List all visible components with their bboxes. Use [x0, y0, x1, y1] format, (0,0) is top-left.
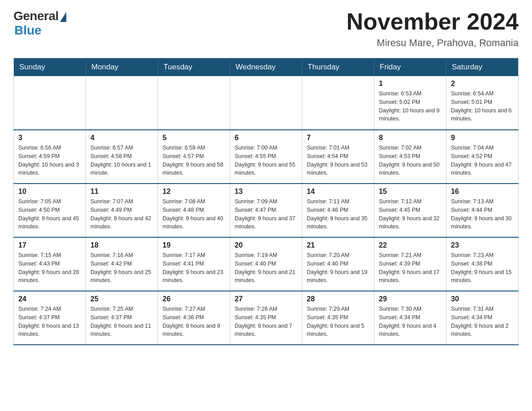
day-number: 22	[379, 241, 442, 249]
calendar-cell: 22Sunrise: 7:21 AMSunset: 4:39 PMDayligh…	[374, 237, 446, 291]
calendar-header-row: SundayMondayTuesdayWednesdayThursdayFrid…	[14, 58, 519, 77]
calendar-cell: 26Sunrise: 7:27 AMSunset: 4:36 PMDayligh…	[158, 291, 230, 345]
day-number: 19	[163, 241, 225, 249]
calendar-week-row: 10Sunrise: 7:05 AMSunset: 4:50 PMDayligh…	[14, 184, 519, 237]
day-info: Sunrise: 7:23 AMSunset: 4:38 PMDaylight:…	[451, 251, 514, 285]
calendar-cell: 9Sunrise: 7:04 AMSunset: 4:52 PMDaylight…	[446, 130, 519, 184]
calendar-header-wednesday: Wednesday	[230, 58, 302, 77]
calendar-cell: 25Sunrise: 7:25 AMSunset: 4:37 PMDayligh…	[86, 291, 158, 345]
calendar-cell: 16Sunrise: 7:13 AMSunset: 4:44 PMDayligh…	[446, 184, 519, 237]
calendar-cell	[14, 76, 86, 130]
calendar-cell: 12Sunrise: 7:08 AMSunset: 4:48 PMDayligh…	[158, 184, 230, 237]
day-number: 14	[307, 188, 369, 196]
day-info: Sunrise: 6:57 AMSunset: 4:58 PMDaylight:…	[90, 144, 153, 177]
day-info: Sunrise: 7:01 AMSunset: 4:54 PMDaylight:…	[307, 144, 369, 177]
day-info: Sunrise: 7:02 AMSunset: 4:53 PMDaylight:…	[379, 144, 442, 177]
day-number: 20	[235, 241, 297, 249]
calendar-cell: 20Sunrise: 7:19 AMSunset: 4:40 PMDayligh…	[230, 237, 302, 291]
calendar-cell: 15Sunrise: 7:12 AMSunset: 4:45 PMDayligh…	[374, 184, 446, 237]
logo-general-text: General	[13, 9, 59, 23]
calendar-cell: 6Sunrise: 7:00 AMSunset: 4:55 PMDaylight…	[230, 130, 302, 184]
calendar-header-sunday: Sunday	[14, 58, 86, 77]
day-number: 13	[235, 188, 297, 196]
calendar-cell: 18Sunrise: 7:16 AMSunset: 4:42 PMDayligh…	[86, 237, 158, 291]
day-number: 9	[451, 134, 514, 142]
day-number: 5	[163, 134, 225, 142]
day-info: Sunrise: 7:31 AMSunset: 4:34 PMDaylight:…	[451, 305, 514, 338]
day-number: 23	[451, 241, 514, 249]
day-info: Sunrise: 7:24 AMSunset: 4:37 PMDaylight:…	[18, 305, 81, 338]
day-number: 4	[90, 134, 153, 142]
title-area: November 2024 Miresu Mare, Prahova, Roma…	[347, 9, 519, 49]
calendar-cell: 28Sunrise: 7:29 AMSunset: 4:35 PMDayligh…	[302, 291, 374, 345]
calendar-cell	[302, 76, 374, 130]
month-title: November 2024	[347, 9, 519, 34]
calendar-cell: 23Sunrise: 7:23 AMSunset: 4:38 PMDayligh…	[446, 237, 519, 291]
day-info: Sunrise: 7:27 AMSunset: 4:36 PMDaylight:…	[163, 305, 225, 338]
day-number: 2	[451, 80, 514, 88]
day-number: 26	[163, 295, 225, 303]
day-info: Sunrise: 6:56 AMSunset: 4:59 PMDaylight:…	[18, 144, 81, 177]
day-number: 8	[379, 134, 442, 142]
calendar-week-row: 24Sunrise: 7:24 AMSunset: 4:37 PMDayligh…	[14, 291, 519, 345]
day-info: Sunrise: 7:08 AMSunset: 4:48 PMDaylight:…	[163, 197, 225, 231]
day-number: 30	[451, 295, 514, 303]
day-info: Sunrise: 7:15 AMSunset: 4:43 PMDaylight:…	[18, 251, 81, 285]
calendar-cell: 11Sunrise: 7:07 AMSunset: 4:49 PMDayligh…	[86, 184, 158, 237]
header: General Blue November 2024 Miresu Mare, …	[13, 9, 519, 49]
day-number: 28	[307, 295, 369, 303]
calendar-cell: 4Sunrise: 6:57 AMSunset: 4:58 PMDaylight…	[86, 130, 158, 184]
calendar-table: SundayMondayTuesdayWednesdayThursdayFrid…	[13, 58, 519, 345]
day-number: 17	[18, 241, 81, 249]
calendar-cell	[158, 76, 230, 130]
day-info: Sunrise: 7:04 AMSunset: 4:52 PMDaylight:…	[451, 144, 514, 177]
day-info: Sunrise: 7:19 AMSunset: 4:40 PMDaylight:…	[235, 251, 297, 285]
calendar-cell: 24Sunrise: 7:24 AMSunset: 4:37 PMDayligh…	[14, 291, 86, 345]
calendar-cell: 14Sunrise: 7:11 AMSunset: 4:46 PMDayligh…	[302, 184, 374, 237]
day-info: Sunrise: 7:00 AMSunset: 4:55 PMDaylight:…	[235, 144, 297, 177]
calendar-header-tuesday: Tuesday	[158, 58, 230, 77]
day-info: Sunrise: 7:05 AMSunset: 4:50 PMDaylight:…	[18, 197, 81, 231]
calendar-cell: 2Sunrise: 6:54 AMSunset: 5:01 PMDaylight…	[446, 76, 519, 130]
day-info: Sunrise: 7:09 AMSunset: 4:47 PMDaylight:…	[235, 197, 297, 231]
day-info: Sunrise: 7:17 AMSunset: 4:41 PMDaylight:…	[163, 251, 225, 285]
calendar-cell: 29Sunrise: 7:30 AMSunset: 4:34 PMDayligh…	[374, 291, 446, 345]
calendar-week-row: 17Sunrise: 7:15 AMSunset: 4:43 PMDayligh…	[14, 237, 519, 291]
logo: General Blue	[13, 9, 66, 38]
calendar-cell: 10Sunrise: 7:05 AMSunset: 4:50 PMDayligh…	[14, 184, 86, 237]
day-number: 29	[379, 295, 442, 303]
day-number: 12	[163, 188, 225, 196]
day-info: Sunrise: 7:25 AMSunset: 4:37 PMDaylight:…	[90, 305, 153, 338]
logo-blue-text: Blue	[14, 23, 42, 38]
calendar-week-row: 3Sunrise: 6:56 AMSunset: 4:59 PMDaylight…	[14, 130, 519, 184]
calendar-header-friday: Friday	[374, 58, 446, 77]
calendar-cell: 5Sunrise: 6:58 AMSunset: 4:57 PMDaylight…	[158, 130, 230, 184]
logo-top: General	[13, 9, 66, 23]
day-info: Sunrise: 7:21 AMSunset: 4:39 PMDaylight:…	[379, 251, 442, 285]
day-number: 15	[379, 188, 442, 196]
logo-triangle-icon	[60, 12, 66, 22]
day-info: Sunrise: 7:20 AMSunset: 4:40 PMDaylight:…	[307, 251, 369, 285]
day-number: 1	[379, 80, 442, 88]
location-subtitle: Miresu Mare, Prahova, Romania	[347, 37, 519, 49]
day-number: 25	[90, 295, 153, 303]
calendar-cell: 30Sunrise: 7:31 AMSunset: 4:34 PMDayligh…	[446, 291, 519, 345]
day-number: 27	[235, 295, 297, 303]
day-number: 10	[18, 188, 81, 196]
day-info: Sunrise: 7:07 AMSunset: 4:49 PMDaylight:…	[90, 197, 153, 231]
day-info: Sunrise: 6:58 AMSunset: 4:57 PMDaylight:…	[163, 144, 225, 177]
calendar-header-monday: Monday	[86, 58, 158, 77]
day-number: 11	[90, 188, 153, 196]
calendar-cell: 7Sunrise: 7:01 AMSunset: 4:54 PMDaylight…	[302, 130, 374, 184]
calendar-week-row: 1Sunrise: 6:53 AMSunset: 5:02 PMDaylight…	[14, 76, 519, 130]
day-info: Sunrise: 7:16 AMSunset: 4:42 PMDaylight:…	[90, 251, 153, 285]
day-info: Sunrise: 7:28 AMSunset: 4:35 PMDaylight:…	[235, 305, 297, 338]
day-number: 7	[307, 134, 369, 142]
day-number: 18	[90, 241, 153, 249]
day-info: Sunrise: 7:13 AMSunset: 4:44 PMDaylight:…	[451, 197, 514, 231]
calendar-cell: 27Sunrise: 7:28 AMSunset: 4:35 PMDayligh…	[230, 291, 302, 345]
calendar-cell: 13Sunrise: 7:09 AMSunset: 4:47 PMDayligh…	[230, 184, 302, 237]
calendar-cell: 1Sunrise: 6:53 AMSunset: 5:02 PMDaylight…	[374, 76, 446, 130]
day-info: Sunrise: 7:12 AMSunset: 4:45 PMDaylight:…	[379, 197, 442, 231]
day-number: 24	[18, 295, 81, 303]
